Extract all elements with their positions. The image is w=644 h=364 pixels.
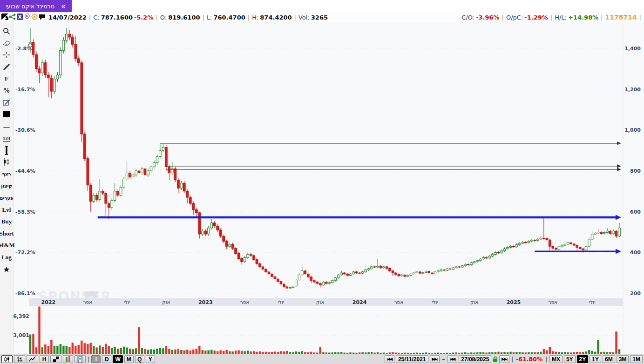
open-value: 819.6100 <box>168 14 200 21</box>
buy-button[interactable]: Buy <box>0 216 13 228</box>
separator: | <box>247 14 251 21</box>
kitzon-button-label: קיצון <box>1 183 12 189</box>
interval-weekly-button[interactable]: W <box>113 355 122 363</box>
svg-text:-44.4%: -44.4% <box>15 168 35 174</box>
eraser-tool[interactable] <box>0 37 13 49</box>
svg-text:אוק: אוק <box>162 299 170 305</box>
range-mx-button[interactable]: MX <box>549 355 563 363</box>
svg-text:2024: 2024 <box>353 299 367 305</box>
pearim-button[interactable]: פערים <box>0 192 13 204</box>
range-end-skip-back-button[interactable]: |◀◀ <box>447 355 458 363</box>
chart-canvas[interactable]: -2.8%1,400-16.7%1,200-30.6%1,000-44.4%80… <box>0 22 644 354</box>
horizontal-line-tool[interactable]: — <box>0 121 13 133</box>
fibonacci-tool[interactable]: F <box>0 73 13 85</box>
mm-button-label: M&M <box>0 242 15 249</box>
interval-monthly-button[interactable]: M <box>124 355 134 363</box>
svg-text:2022: 2022 <box>41 299 56 305</box>
co-label: C/O: <box>461 14 475 21</box>
tools-icon[interactable] <box>1 13 8 20</box>
pearim-button-label: פערים <box>0 195 14 201</box>
favorite-star-icon[interactable]: ★ <box>0 263 13 276</box>
separator: | <box>201 14 205 21</box>
low-value: 760.4700 <box>214 14 245 21</box>
range-1y-button[interactable]: 1Y <box>590 355 601 363</box>
interval-quarterly-button[interactable]: Q <box>135 355 144 363</box>
volume-label: Vol: <box>298 14 310 21</box>
tab-close-icon[interactable]: × <box>61 3 66 9</box>
annotate-tool[interactable] <box>0 97 13 109</box>
percent-tool[interactable]: % <box>0 85 13 97</box>
numbers-tool[interactable]: 123 <box>0 132 13 144</box>
bar-tool[interactable] <box>0 144 13 156</box>
trading-terminal-app: טרמינל איקס שבועי × X® 14/07/2022 | C: 7… <box>0 0 644 364</box>
interval-yearly-button[interactable]: Y <box>146 355 155 363</box>
range-2y-button[interactable]: 2Y <box>577 355 589 363</box>
tab-terminal-weekly[interactable]: טרמינל איקס שבועי × <box>0 0 72 12</box>
horizontal-line-tool-label: — <box>4 123 10 130</box>
quote-info-right: C/O: -3.96% | O/pC: -1.29% | H/L: +14.98… <box>461 13 644 21</box>
numbers-tool-label: 123 <box>3 135 11 142</box>
bottom-toolbar: H|IDWMQY |◀◀25/11/2021▶▶|-|◀◀27/08/2025▶… <box>0 354 644 364</box>
svg-text:2025: 2025 <box>507 299 521 305</box>
high-label: H: <box>252 14 258 21</box>
lock-icon[interactable] <box>493 356 498 362</box>
date-axis-labels: 2022אפריוליאוק2023אפריוליאוק2024אפריוליא… <box>41 299 596 305</box>
range-start-skip-fwd-button[interactable]: ▶▶| <box>430 355 440 363</box>
log-button[interactable]: Log <box>0 251 13 263</box>
separator: | <box>501 14 505 21</box>
range-6m-button[interactable]: 6M <box>603 355 615 363</box>
opc-value: -1.29% <box>524 14 548 21</box>
range-1m-button[interactable]: 1M <box>630 355 643 363</box>
svg-text:-86.1%: -86.1% <box>15 290 35 297</box>
lvl-button-label: Lvl <box>2 206 11 214</box>
range-5y-button[interactable]: 5Y <box>564 355 576 363</box>
range-3m-button[interactable]: 3M <box>617 355 629 363</box>
color-swatch-tool[interactable] <box>0 108 13 121</box>
candles-tool[interactable] <box>0 156 13 169</box>
svg-text:600: 600 <box>630 209 641 215</box>
opc-label: O/pC: <box>506 14 523 21</box>
hl-label: H/L: <box>555 14 567 21</box>
excel-export-icon[interactable]: X <box>16 13 23 20</box>
tab-title: טרמינל איקס שבועי <box>6 3 54 10</box>
range-start-skip-back-button[interactable]: |◀◀ <box>385 355 395 363</box>
separator: | <box>87 356 90 363</box>
chart-type-renko-button[interactable] <box>50 355 61 363</box>
volume-colors-button[interactable] <box>63 355 73 363</box>
chat-icon[interactable] <box>38 13 46 21</box>
registered-icon[interactable]: ® <box>23 13 31 20</box>
target-icon[interactable] <box>31 13 38 20</box>
crosshair-tool[interactable] <box>0 49 13 61</box>
svg-text:אפר: אפר <box>549 299 558 305</box>
chart-type-candles-button[interactable] <box>1 355 13 363</box>
kitzon-button[interactable]: קיצון <box>0 180 13 192</box>
interval-daily-button[interactable]: D <box>102 355 111 363</box>
svg-text:X: X <box>18 14 21 20</box>
lvl-button[interactable]: Lvl <box>0 204 13 216</box>
range-end-date-button[interactable]: 27/08/2025 <box>459 355 491 363</box>
save-button[interactable] <box>75 355 86 363</box>
svg-text:-30.6%: -30.6% <box>15 127 35 133</box>
range-start-date-button[interactable]: 25/11/2021 <box>396 355 428 363</box>
short-button[interactable]: Short <box>0 228 13 240</box>
interval-i-button[interactable]: I <box>91 355 101 363</box>
log-button-label: Log <box>1 254 12 261</box>
mm-button[interactable]: M&M <box>0 240 13 252</box>
svg-text:אוק: אוק <box>470 299 478 305</box>
period-change-percent: -61.80% <box>515 356 543 363</box>
separator: | <box>549 14 553 21</box>
svg-text:יולי: יולי <box>432 299 439 305</box>
chart-type-bars-button[interactable] <box>14 355 25 363</box>
retzef-button[interactable]: רצף <box>0 168 13 180</box>
range-end-skip-fwd-button[interactable]: ▶▶| <box>499 355 509 363</box>
svg-text:800: 800 <box>630 168 641 174</box>
quote-date: 14/07/2022 <box>48 14 87 21</box>
chart-type-line-button[interactable] <box>27 355 38 363</box>
chart-type-h-button[interactable]: H <box>40 355 49 363</box>
zoom-search-tool[interactable] <box>0 25 13 37</box>
share-icon[interactable] <box>8 13 16 20</box>
trendline-tool[interactable] <box>0 61 13 73</box>
date-axis-strip <box>29 298 623 306</box>
separator: | <box>155 14 158 21</box>
separator: - <box>441 355 446 364</box>
